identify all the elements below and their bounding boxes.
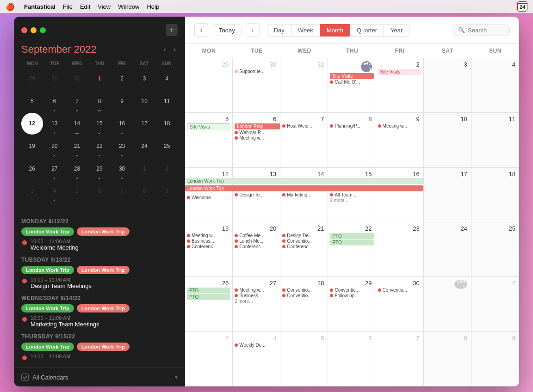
event-item[interactable]: Site Visits: [378, 69, 421, 75]
event-item[interactable]: Meeting w...: [235, 288, 278, 293]
mini-cal-day[interactable]: 29: [21, 68, 43, 90]
mini-cal-day[interactable]: 21: [66, 135, 88, 157]
cal-cell[interactable]: 4: [471, 58, 519, 112]
mini-cal-day[interactable]: 15: [89, 113, 111, 135]
mini-cal-day[interactable]: 5: [66, 180, 88, 202]
event-bar-london-salmon[interactable]: London Work Trip: [185, 185, 423, 191]
cal-cell[interactable]: 25: [471, 222, 519, 276]
event-item[interactable]: Weekly De...: [235, 343, 278, 348]
mini-cal-day[interactable]: 5: [21, 91, 43, 112]
mini-cal-day[interactable]: 30: [44, 68, 66, 90]
view-tab-month[interactable]: Month: [320, 24, 350, 37]
cal-cell[interactable]: 28 Conventio... Conventio...: [280, 277, 328, 331]
close-button[interactable]: [21, 27, 27, 33]
cal-cell[interactable]: 21 Design De... Conventio... Conferenc..…: [280, 222, 328, 276]
cal-cell[interactable]: 14 Marketing...: [280, 168, 328, 222]
mini-cal-day[interactable]: 25: [156, 135, 178, 157]
mini-cal-day[interactable]: 9: [111, 91, 133, 112]
cal-cell[interactable]: 4 Weekly De...: [233, 332, 280, 386]
mini-cal-next[interactable]: ›: [172, 44, 178, 55]
mini-cal-day[interactable]: 9: [156, 180, 178, 202]
add-event-button[interactable]: +: [166, 24, 178, 36]
agenda-tag[interactable]: London Work Trip: [77, 343, 130, 351]
mini-cal-day[interactable]: 11: [156, 91, 178, 112]
event-item[interactable]: London Prep: [235, 123, 280, 129]
cal-cell[interactable]: Sep 1 Site Visits Call Mr. O'...: [328, 58, 376, 112]
mini-cal-day[interactable]: 22: [89, 135, 111, 157]
cal-cell[interactable]: 26 PTO PTO: [185, 277, 233, 331]
cal-cell[interactable]: 2 Site Visits: [376, 58, 424, 112]
mini-cal-day[interactable]: 14: [66, 113, 88, 135]
event-item[interactable]: Business...: [235, 293, 278, 298]
mini-cal-day[interactable]: 7: [111, 180, 133, 202]
mini-cal-day[interactable]: 3: [21, 180, 43, 202]
agenda-tag[interactable]: London Work Trip: [21, 266, 74, 274]
event-item[interactable]: All Team...: [330, 192, 373, 197]
mini-cal-day[interactable]: 6: [44, 91, 66, 112]
more-events-link[interactable]: 2 more...: [235, 299, 278, 304]
today-button[interactable]: Today: [212, 24, 242, 36]
event-item[interactable]: Webinar P...: [235, 130, 278, 135]
cal-cell[interactable]: 29: [185, 58, 233, 112]
event-bar-london-green[interactable]: London Work Trip: [185, 178, 423, 184]
menu-file[interactable]: File: [63, 3, 73, 10]
mini-cal-day[interactable]: 20: [44, 135, 66, 157]
menu-view[interactable]: View: [98, 3, 111, 10]
mini-cal-day[interactable]: 30: [111, 158, 133, 179]
cal-cell[interactable]: 3: [185, 332, 233, 386]
cal-cell[interactable]: 9: [471, 332, 519, 386]
cal-cell[interactable]: 18: [471, 168, 519, 222]
cal-cell[interactable]: 7 Host Webi...: [280, 113, 328, 167]
mini-cal-prev[interactable]: ‹: [161, 44, 167, 55]
mini-cal-day[interactable]: 29: [89, 158, 111, 179]
event-item[interactable]: Conventio...: [282, 288, 326, 293]
cal-cell[interactable]: 13 Design Te...: [233, 168, 280, 222]
view-tab-year[interactable]: Year: [384, 24, 409, 37]
event-item[interactable]: Meeting w...: [235, 135, 278, 141]
event-item[interactable]: Support te...: [235, 69, 278, 74]
cal-cell[interactable]: 5: [280, 332, 328, 386]
cal-cell[interactable]: 8 Planning/P...: [328, 113, 376, 167]
chevron-down-icon[interactable]: ▾: [175, 374, 178, 380]
event-item[interactable]: Welcome...: [187, 195, 230, 200]
minimize-button[interactable]: [31, 27, 37, 33]
all-calendars-checkbox[interactable]: [21, 374, 29, 381]
mini-cal-day[interactable]: 4: [156, 68, 178, 90]
event-item[interactable]: Conferenc...: [282, 244, 326, 249]
event-item[interactable]: Follow up...: [330, 293, 373, 298]
event-item[interactable]: Site Visits: [330, 73, 373, 79]
agenda-tag[interactable]: London Work Trip: [21, 227, 74, 236]
search-input[interactable]: [468, 27, 505, 34]
mini-cal-day[interactable]: 8: [89, 91, 111, 112]
agenda-event[interactable]: 10:00 – 11:00 AM: [21, 354, 178, 360]
menu-window[interactable]: Window: [118, 3, 139, 10]
event-item[interactable]: Conventio...: [378, 288, 421, 293]
event-item[interactable]: Planning/P...: [330, 123, 373, 129]
cal-cell[interactable]: 12 London Work Trip London Work Trip Wel…: [185, 168, 233, 222]
mini-cal-day[interactable]: 12: [21, 113, 43, 135]
mini-cal-day[interactable]: 10: [134, 91, 155, 112]
event-item[interactable]: Coffee Me...: [235, 233, 278, 238]
cal-cell[interactable]: 24: [424, 222, 471, 276]
cal-cell[interactable]: 20 Coffee Me... Lunch Me... Conferenc...: [233, 222, 280, 276]
cal-cell[interactable]: 5 Site Visits: [185, 113, 233, 167]
event-item[interactable]: PTO: [330, 233, 373, 239]
event-item[interactable]: PTO: [187, 288, 230, 294]
cal-cell[interactable]: 29 Conventio... Follow up...: [328, 277, 376, 331]
cal-cell[interactable]: 31: [280, 58, 328, 112]
agenda-tag[interactable]: London Work Trip: [21, 343, 74, 351]
cal-cell[interactable]: 23: [376, 222, 424, 276]
more-events-link[interactable]: 2 more...: [330, 198, 373, 203]
mini-cal-day[interactable]: 24: [134, 135, 155, 157]
mini-cal-day[interactable]: 28: [66, 158, 88, 179]
mini-cal-day[interactable]: 18: [156, 113, 178, 135]
event-item[interactable]: Call Mr. O'...: [330, 80, 373, 85]
menu-edit[interactable]: Edit: [80, 3, 90, 10]
agenda-event[interactable]: 10:00 – 11:00 AM Design Team Meetings: [21, 277, 178, 289]
agenda-event[interactable]: 10:00 – 11:00 AM Welcome Meeting: [21, 239, 178, 251]
mini-cal-day[interactable]: 26: [21, 158, 43, 179]
event-item[interactable]: PTO: [187, 294, 230, 300]
mini-cal-day[interactable]: 19: [21, 135, 43, 157]
agenda-event[interactable]: 10:00 – 11:00 AM Marketing Team Meetings: [21, 315, 178, 328]
event-item[interactable]: Meeting w...: [378, 123, 421, 129]
